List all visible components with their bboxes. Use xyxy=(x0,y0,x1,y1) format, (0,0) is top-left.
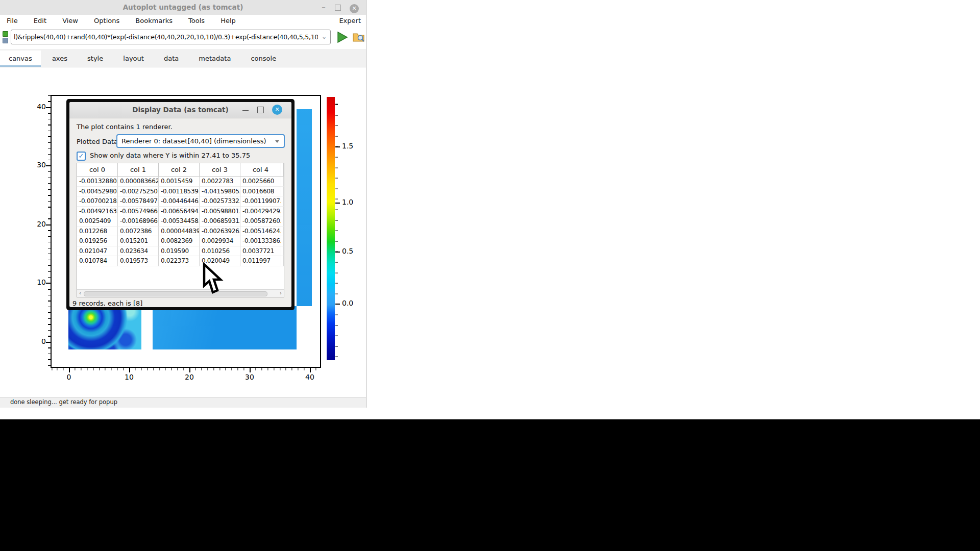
table-cell: -0.00119907... xyxy=(240,196,281,207)
table-cell: 0.00 xyxy=(281,196,284,207)
uri-input[interactable]: l)&ripples(40,40)+rand(40,40)*(exp(-dist… xyxy=(11,30,331,44)
dialog-maximize-button[interactable] xyxy=(257,107,264,113)
colorbar-minor-ticks xyxy=(335,97,338,360)
scroll-left-arrow[interactable]: ‹ xyxy=(77,290,83,296)
tab-style[interactable]: style xyxy=(79,51,112,66)
expert-toggle[interactable]: Expert xyxy=(339,15,361,27)
tab-canvas[interactable]: canvas xyxy=(0,51,41,67)
menu-tools[interactable]: Tools xyxy=(182,15,211,27)
column-header[interactable]: col 2 xyxy=(159,163,200,176)
go-plot-button[interactable] xyxy=(334,31,350,44)
heatmap-right-sliver xyxy=(297,109,312,306)
colorbar[interactable] xyxy=(327,97,335,360)
scroll-right-arrow[interactable]: › xyxy=(278,290,284,296)
y-minor-ticks xyxy=(48,95,51,367)
window-titlebar[interactable]: Autoplot untagged (as tomcat) – ✕ xyxy=(0,0,366,15)
table-row[interactable]: 0.0210470.0236340.0195900.0102560.003772… xyxy=(77,246,284,257)
table-row[interactable]: 0.0122680.00723860.000044839-0.00263926.… xyxy=(77,227,284,237)
data-table[interactable]: col 0 col 1 col 2 col 3 col 4 -0.0013288… xyxy=(77,163,284,297)
colorbar-tick xyxy=(335,203,340,204)
colorbar-tick-label: 0.0 xyxy=(342,299,359,307)
table-cell: -0.00578497... xyxy=(118,196,159,207)
window-minimize-button[interactable]: – xyxy=(317,0,330,15)
plotted-data-select[interactable]: Renderer 0: dataset[40,40] (dimensionles… xyxy=(116,134,285,148)
status-bar: done sleeping... get ready for popup xyxy=(0,397,366,408)
window-maximize-button[interactable] xyxy=(331,0,345,15)
table-cell: 0.0015459 xyxy=(159,177,200,187)
heatmap-ripple-patch xyxy=(68,306,141,349)
x-tick-label: 40 xyxy=(301,373,318,381)
table-cell: 0.0022783 xyxy=(200,177,240,187)
table-cell: -0.00133386... xyxy=(240,236,281,246)
x-tick xyxy=(250,368,251,372)
y-tick xyxy=(46,165,51,166)
table-row[interactable]: 0.0192560.0152010.00823690.0029934-0.001… xyxy=(77,236,284,246)
records-summary: 9 records, each is [8] xyxy=(72,299,142,307)
tab-console[interactable]: console xyxy=(242,51,285,66)
uri-dropdown-button[interactable]: ⌄ xyxy=(319,31,329,43)
table-row[interactable]: -0.00700218...-0.00578497...-0.00446446.… xyxy=(77,196,284,207)
table-cell: 0.000083662 xyxy=(118,177,159,187)
horizontal-scrollbar[interactable]: ‹ › xyxy=(77,289,284,297)
x-tick xyxy=(189,368,190,372)
menu-view[interactable]: View xyxy=(56,15,85,27)
filter-checkbox-label: Show only data where Y is within 27.41 t… xyxy=(90,152,250,159)
dialog-close-button[interactable]: ✕ xyxy=(272,105,282,115)
table-row[interactable]: -0.00132880...0.0000836620.00154590.0022… xyxy=(77,177,284,187)
open-file-button[interactable] xyxy=(352,31,366,44)
column-header[interactable] xyxy=(281,163,284,176)
mouse-cursor xyxy=(202,263,226,297)
table-cell: 0.0072386 xyxy=(118,227,159,237)
table-row[interactable]: 0.0107840.0195730.0223730.0200490.011997… xyxy=(77,256,284,266)
menu-options[interactable]: Options xyxy=(87,15,126,27)
filter-checkbox[interactable]: ✓ xyxy=(77,152,86,161)
table-cell: -0.00598801... xyxy=(200,207,240,217)
tab-data[interactable]: data xyxy=(155,51,187,66)
colorbar-tick xyxy=(335,304,340,305)
table-cell: 0.011997 xyxy=(240,256,281,266)
dialog-titlebar[interactable]: Display Data (as tomcat) ✕ xyxy=(69,102,291,118)
table-header-row: col 0 col 1 col 2 col 3 col 4 xyxy=(77,163,284,177)
x-tick xyxy=(69,368,70,372)
table-cell: 0.019256 xyxy=(77,236,118,246)
layers-icon[interactable] xyxy=(3,38,8,43)
right-spine xyxy=(320,95,321,368)
column-header[interactable]: col 3 xyxy=(200,163,240,176)
table-cell: 0.0025660 xyxy=(240,177,281,187)
scrollbar-thumb[interactable] xyxy=(84,291,267,296)
table-row[interactable]: 0.0025409-0.00168966...-0.00534458...-0.… xyxy=(77,216,284,227)
menu-edit[interactable]: Edit xyxy=(27,15,53,27)
tab-axes[interactable]: axes xyxy=(43,51,76,66)
table-cell: 0.000044839 xyxy=(159,227,200,237)
column-header[interactable]: col 0 xyxy=(77,163,118,176)
table-cell: -0.00263926... xyxy=(200,227,240,237)
column-header[interactable]: col 1 xyxy=(118,163,159,176)
column-header[interactable]: col 4 xyxy=(240,163,281,176)
table-cell: 0.00 xyxy=(281,187,284,197)
table-row[interactable]: -0.00492163...-0.00574966...-0.00656494.… xyxy=(77,207,284,217)
dialog-minimize-button[interactable] xyxy=(242,110,249,111)
table-row[interactable]: -0.00452980...-0.00275250...-0.00118539.… xyxy=(77,187,284,197)
window-close-button[interactable]: ✕ xyxy=(348,0,361,15)
table-cell: -0.0 xyxy=(281,207,284,217)
arrow-cursor-icon xyxy=(202,263,226,295)
tab-bar: canvas axes style layout data metadata c… xyxy=(0,49,366,67)
table-cell: 0.0016608 xyxy=(240,187,281,197)
table-cell: 0.015201 xyxy=(118,236,159,246)
table-cell: -0.0 xyxy=(281,246,284,257)
table-cell: -4.04159805... xyxy=(200,187,240,197)
tab-layout[interactable]: layout xyxy=(114,51,153,66)
y-tick-label: 0 xyxy=(29,337,46,345)
tab-metadata[interactable]: metadata xyxy=(190,51,239,66)
x-tick-label: 20 xyxy=(181,373,198,381)
uri-input-text: l)&ripples(40,40)+rand(40,40)*(exp(-dist… xyxy=(14,30,318,44)
open-folder-icon xyxy=(352,31,366,44)
table-cell: 0.019573 xyxy=(118,256,159,266)
data-source-icon[interactable] xyxy=(3,31,8,37)
menu-file[interactable]: File xyxy=(0,15,24,27)
table-cell: -0.00574966... xyxy=(118,207,159,217)
menu-help[interactable]: Help xyxy=(214,15,242,27)
table-cell: -0.00587260... xyxy=(240,216,281,227)
x-tick-label: 10 xyxy=(120,373,138,381)
menu-bookmarks[interactable]: Bookmarks xyxy=(129,15,179,27)
